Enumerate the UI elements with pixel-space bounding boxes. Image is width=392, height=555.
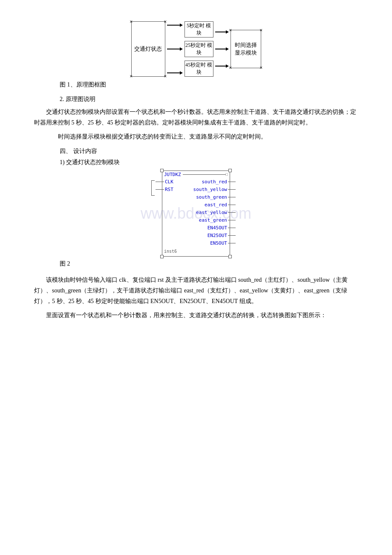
paragraph1: 交通灯状态控制模块内部设置有一个状态机和一个秒计数器。状态用来控制主干道路、支干…	[34, 107, 358, 128]
figure2-area: www.bdocx.com JUTDKZ □	[34, 171, 358, 257]
timer45-box: 45秒定时 模块	[184, 61, 213, 77]
paragraph3: 该模块由时钟信号输入端口 clk、复位端口 rst 及主干道路状态灯输出端口 s…	[34, 275, 358, 307]
section2-heading: 2. 原理图说明	[60, 95, 358, 103]
right-box-label: 时间选择显示模块	[235, 41, 257, 57]
port-east-yellow: east_yellow	[196, 210, 227, 215]
port-en45out: EN45OUT	[208, 225, 227, 231]
paragraph4: 里面设置有一个状态机和一个秒计数器，用来控制主、支道路交通灯状态的转换，状态转换…	[34, 310, 358, 321]
port-south-green: south_green	[196, 194, 227, 200]
module-diagram: JUTDKZ □ CLK	[149, 171, 243, 257]
port-south-red: south_red	[202, 179, 227, 185]
heading-four: 四、 设计内容	[60, 147, 358, 155]
figure2-caption: 图 2	[60, 260, 358, 268]
inst-label: inst6	[162, 248, 230, 254]
watermark-section: 1) 交通灯状态控制模块 www.bdocx.com JUTDKZ □	[34, 159, 358, 257]
port-south-yellow: south_yellow	[193, 187, 227, 192]
display-module-box: ✕ ✕ ✕ ✕ 时间选择显示模块	[231, 30, 261, 68]
module-name-label: JUTDKZ	[164, 172, 181, 177]
port-rst: RST	[165, 187, 173, 192]
timer5-box: 5秒定时 模块	[184, 21, 213, 38]
paragraph2: 时间选择显示模块根据交通灯状态的转变而让主、支道路显示不同的定时时间。	[34, 131, 358, 142]
port-clk: CLK	[165, 179, 173, 185]
heading-sub: 1) 交通灯状态控制模块	[60, 159, 358, 166]
port-east-red: east_red	[205, 202, 227, 208]
figure1-block-diagram: ✕ ✕ ✕ ✕ 交通灯状态 5秒定时 模块 25秒定时 模块 45秒定时 模块	[34, 21, 358, 77]
port-east-green: east_green	[199, 217, 227, 223]
left-box-label: 交通灯状态	[134, 45, 162, 54]
port-en5out: EN5OUT	[210, 240, 227, 246]
figure1-caption: 图 1、原理图框图	[60, 81, 358, 89]
port-en25out: EN25OUT	[208, 233, 227, 238]
timer25-box: 25秒定时 模块	[184, 41, 213, 57]
